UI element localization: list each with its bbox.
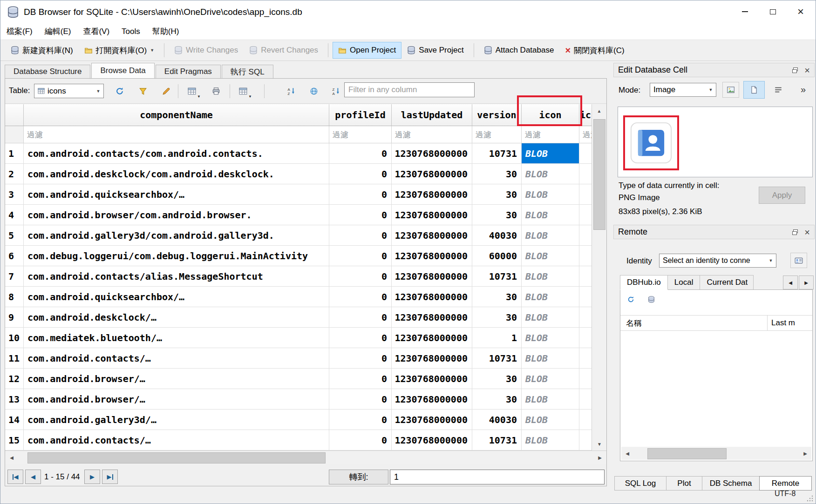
- cell-lastupdated[interactable]: 1230768000000: [392, 348, 472, 369]
- table-row[interactable]: 3 com.android.quicksearchbox/… 0 1230768…: [5, 184, 592, 205]
- row-number[interactable]: 10: [5, 328, 24, 348]
- cell-partial[interactable]: [579, 410, 592, 430]
- cell-version[interactable]: 30: [472, 164, 522, 184]
- open-database-caret-icon[interactable]: ▼: [150, 48, 154, 53]
- print-button[interactable]: [208, 83, 224, 99]
- row-number[interactable]: 12: [5, 369, 24, 389]
- filter-version[interactable]: 過濾: [472, 126, 522, 143]
- close-panel-icon[interactable]: ×: [804, 66, 810, 75]
- scroll-right-icon[interactable]: ▶: [593, 451, 606, 464]
- filter-lastupdated[interactable]: 過濾: [392, 126, 472, 143]
- cell-profileid[interactable]: 0: [329, 430, 392, 450]
- scroll-right-icon[interactable]: ▶: [799, 447, 811, 459]
- cell-version[interactable]: 30: [472, 369, 522, 389]
- float-panel-icon[interactable]: [791, 228, 799, 236]
- cell-lastupdated[interactable]: 1230768000000: [392, 143, 472, 164]
- next-record-button[interactable]: ▶: [84, 470, 100, 484]
- cell-partial[interactable]: [579, 205, 592, 225]
- cell-version[interactable]: 30: [472, 205, 522, 225]
- menu-tools[interactable]: Tools: [116, 23, 146, 40]
- cell-lastupdated[interactable]: 1230768000000: [392, 184, 472, 205]
- cell-lastupdated[interactable]: 1230768000000: [392, 225, 472, 246]
- cell-profileid[interactable]: 0: [329, 369, 392, 389]
- cell-componentname[interactable]: com.android.deskclock/…: [24, 307, 329, 328]
- cell-lastupdated[interactable]: 1230768000000: [392, 266, 472, 287]
- cell-componentname[interactable]: com.android.contacts/…: [24, 348, 329, 369]
- insert-record-caret-icon[interactable]: ▼: [197, 94, 201, 99]
- cell-icon[interactable]: BLOB: [522, 369, 579, 389]
- corner-header[interactable]: [5, 104, 24, 126]
- cell-icon[interactable]: BLOB: [522, 348, 579, 369]
- cell-profileid[interactable]: 0: [329, 143, 392, 164]
- table-row[interactable]: 9 com.android.deskclock/… 0 123076800000…: [5, 307, 592, 328]
- cell-componentname[interactable]: com.android.quicksearchbox/…: [24, 287, 329, 307]
- cell-profileid[interactable]: 0: [329, 307, 392, 328]
- maximize-button[interactable]: [759, 0, 787, 23]
- cell-componentname[interactable]: com.debug.loggerui/com.debug.loggerui.Ma…: [24, 246, 329, 266]
- cell-profileid[interactable]: 0: [329, 287, 392, 307]
- cell-profileid[interactable]: 0: [329, 266, 392, 287]
- clear-filters-button[interactable]: [135, 83, 151, 99]
- cell-version[interactable]: 10731: [472, 266, 522, 287]
- scroll-left-icon[interactable]: ◀: [621, 447, 633, 459]
- row-number[interactable]: 7: [5, 266, 24, 287]
- resize-grip-icon[interactable]: [806, 495, 814, 502]
- row-number[interactable]: 8: [5, 287, 24, 307]
- cell-partial[interactable]: [579, 430, 592, 450]
- cell-profileid[interactable]: 0: [329, 348, 392, 369]
- save-project-button[interactable]: Save Project: [401, 42, 469, 59]
- cell-version[interactable]: 30: [472, 307, 522, 328]
- remote-tab-current-database[interactable]: Current Dat: [700, 275, 754, 290]
- cell-componentname[interactable]: com.android.contacts/alias.MessageShortc…: [24, 266, 329, 287]
- scroll-left-icon[interactable]: ◀: [5, 451, 18, 464]
- goto-record-input[interactable]: [390, 470, 605, 484]
- new-database-button[interactable]: 新建資料庫(N): [5, 41, 79, 60]
- grid-hscrollbar[interactable]: ◀ ▶: [5, 450, 606, 464]
- cell-icon[interactable]: BLOB: [522, 266, 579, 287]
- table-row[interactable]: 8 com.android.quicksearchbox/… 0 1230768…: [5, 287, 592, 307]
- remote-refresh-button[interactable]: [624, 293, 637, 306]
- remote-clone-database-button[interactable]: [645, 293, 658, 306]
- cell-profileid[interactable]: 0: [329, 205, 392, 225]
- text-view-toggle-button[interactable]: [743, 81, 765, 99]
- cell-icon[interactable]: BLOB: [522, 143, 579, 164]
- attach-database-button[interactable]: Attach Database: [478, 42, 560, 59]
- cell-partial[interactable]: [579, 225, 592, 246]
- cell-icon[interactable]: BLOB: [522, 307, 579, 328]
- cell-partial[interactable]: [579, 164, 592, 184]
- table-selector[interactable]: icons ▼: [34, 84, 104, 98]
- cell-lastupdated[interactable]: 1230768000000: [392, 410, 472, 430]
- cell-partial[interactable]: [579, 143, 592, 164]
- delete-record-caret-icon[interactable]: ▼: [248, 94, 252, 99]
- toolbar-overflow-icon[interactable]: »: [801, 84, 806, 95]
- edit-display-format-button[interactable]: [158, 83, 174, 99]
- cell-profileid[interactable]: 0: [329, 328, 392, 348]
- table-row[interactable]: 10 com.mediatek.bluetooth/… 0 1230768000…: [5, 328, 592, 348]
- cell-partial[interactable]: [579, 389, 592, 410]
- dock-tab-sql-log[interactable]: SQL Log: [614, 476, 666, 491]
- cell-componentname[interactable]: com.android.gallery3d/com.android.galler…: [24, 225, 329, 246]
- table-row[interactable]: 7 com.android.contacts/alias.MessageShor…: [5, 266, 592, 287]
- row-number[interactable]: 1: [5, 143, 24, 164]
- goto-button[interactable]: 轉到:: [329, 470, 388, 484]
- cell-icon[interactable]: BLOB: [522, 328, 579, 348]
- tab-browse-data[interactable]: Browse Data: [91, 63, 154, 78]
- remote-hscroll-thumb[interactable]: [647, 448, 727, 459]
- cell-partial[interactable]: [579, 184, 592, 205]
- menu-help[interactable]: 幫助(H): [146, 23, 185, 40]
- close-panel-icon[interactable]: ×: [804, 228, 810, 237]
- tab-edit-pragmas[interactable]: Edit Pragmas: [156, 65, 221, 78]
- sort-ascending-button[interactable]: [284, 83, 299, 99]
- apply-button[interactable]: Apply: [759, 187, 805, 204]
- table-row[interactable]: 2 com.android.deskclock/com.android.desk…: [5, 164, 592, 184]
- delete-record-button[interactable]: ▼: [235, 83, 251, 99]
- cell-icon[interactable]: BLOB: [522, 389, 579, 410]
- cell-profileid[interactable]: 0: [329, 184, 392, 205]
- cell-icon[interactable]: BLOB: [522, 287, 579, 307]
- cell-lastupdated[interactable]: 1230768000000: [392, 287, 472, 307]
- scroll-up-icon[interactable]: ▲: [592, 104, 606, 117]
- cell-version[interactable]: 60000: [472, 246, 522, 266]
- cell-profileid[interactable]: 0: [329, 164, 392, 184]
- revert-changes-button[interactable]: Revert Changes: [244, 42, 324, 59]
- table-row[interactable]: 14 com.android.gallery3d/… 0 12307680000…: [5, 410, 592, 430]
